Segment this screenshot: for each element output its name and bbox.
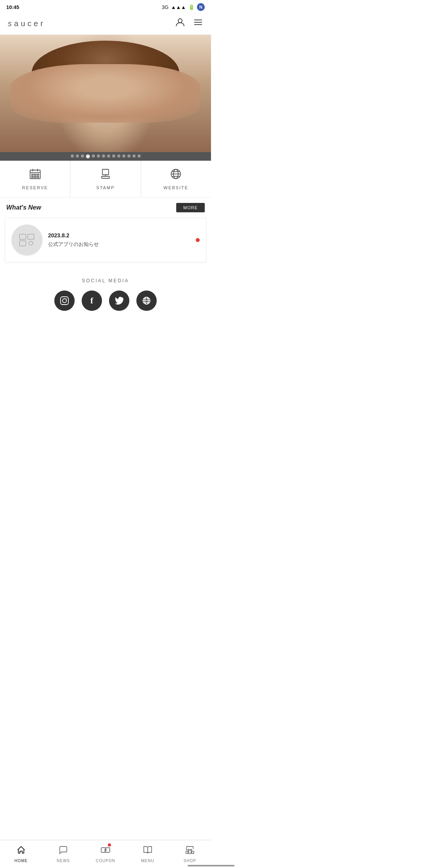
facebook-icon: f <box>90 296 93 306</box>
news-unread-dot <box>196 238 200 242</box>
news-date: 2023.8.2 <box>48 232 190 239</box>
svg-rect-27 <box>61 297 68 305</box>
stamp-label: STAMP <box>96 185 114 190</box>
hero-person-image <box>0 35 211 152</box>
dot-1[interactable] <box>71 154 74 158</box>
instagram-button[interactable] <box>54 291 75 311</box>
svg-rect-25 <box>20 241 26 246</box>
profile-icon[interactable] <box>175 17 185 30</box>
status-icons: 3G ▲▲▲ 🔋 N <box>162 3 205 11</box>
dot-4[interactable] <box>86 154 90 158</box>
whats-new-title: What's New <box>6 204 41 211</box>
svg-rect-10 <box>37 174 39 175</box>
reserve-label: RESERVE <box>22 185 48 190</box>
website-button[interactable]: WEBSITE <box>141 161 211 197</box>
svg-rect-8 <box>32 174 33 175</box>
globe-icon <box>170 168 182 183</box>
carousel-dots <box>0 152 211 161</box>
network-indicator: 3G <box>162 4 168 10</box>
dot-3[interactable] <box>81 154 84 158</box>
svg-point-29 <box>66 298 67 299</box>
dot-5[interactable] <box>92 154 95 158</box>
hero-image <box>0 35 211 152</box>
dot-6[interactable] <box>97 154 100 158</box>
status-bar: 10:45 3G ▲▲▲ 🔋 N <box>0 0 211 14</box>
signal-icon: ▲▲▲ <box>171 4 186 10</box>
dot-2[interactable] <box>76 154 79 158</box>
battery-icon: 🔋 <box>188 4 195 10</box>
status-time: 10:45 <box>6 4 19 10</box>
svg-rect-12 <box>34 176 36 178</box>
action-buttons: RESERVE STAMP WEBSITE <box>0 161 211 197</box>
twitter-button[interactable] <box>109 291 129 311</box>
stamp-button[interactable]: STAMP <box>70 161 141 197</box>
social-icons: f <box>6 291 205 311</box>
svg-rect-23 <box>20 234 26 239</box>
news-text: 公式アプリのお知らせ <box>48 241 190 248</box>
spacer <box>0 320 211 344</box>
news-content: 2023.8.2 公式アプリのお知らせ <box>48 232 190 248</box>
svg-rect-24 <box>28 234 34 239</box>
dot-9[interactable] <box>112 154 115 158</box>
svg-rect-16 <box>102 176 109 178</box>
menu-icon[interactable] <box>193 17 203 30</box>
svg-rect-14 <box>102 169 109 175</box>
dot-11[interactable] <box>122 154 125 158</box>
dot-8[interactable] <box>107 154 110 158</box>
website-label: WEBSITE <box>164 185 189 190</box>
svg-rect-11 <box>32 176 33 178</box>
facebook-button[interactable]: f <box>82 291 102 311</box>
dot-10[interactable] <box>117 154 120 158</box>
dot-12[interactable] <box>127 154 131 158</box>
more-button[interactable]: MORE <box>176 203 205 212</box>
svg-rect-9 <box>34 174 36 175</box>
reserve-button[interactable]: RESERVE <box>0 161 70 197</box>
header-actions <box>175 17 203 30</box>
news-thumbnail <box>11 224 43 256</box>
svg-point-0 <box>178 19 182 23</box>
social-media-title: SOCIAL MEDIA <box>6 278 205 283</box>
dot-14[interactable] <box>138 154 141 158</box>
dot-7[interactable] <box>102 154 105 158</box>
app-logo: saucer <box>8 18 45 29</box>
whats-new-header: What's New MORE <box>0 197 211 218</box>
news-card[interactable]: 2023.8.2 公式アプリのお知らせ <box>5 218 206 262</box>
dot-13[interactable] <box>132 154 136 158</box>
svg-point-26 <box>29 241 33 245</box>
notification-badge: N <box>197 3 205 11</box>
svg-rect-13 <box>37 176 39 178</box>
social-media-section: SOCIAL MEDIA f <box>0 269 211 320</box>
header: saucer <box>0 14 211 35</box>
svg-point-28 <box>63 299 66 303</box>
calendar-icon <box>29 168 41 183</box>
stamp-icon <box>99 168 112 183</box>
web-button[interactable] <box>136 291 157 311</box>
